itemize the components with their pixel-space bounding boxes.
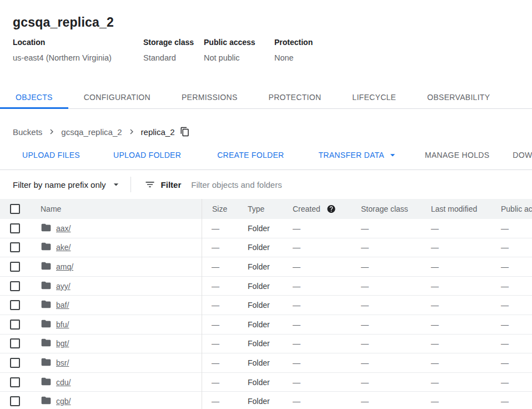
last-modified-cell: — xyxy=(431,224,439,233)
breadcrumb-buckets[interactable]: Buckets xyxy=(13,127,42,137)
objects-table: Name Size Type Created Storage class Las… xyxy=(0,199,532,409)
folder-icon xyxy=(41,241,52,254)
arrow-drop-down-icon xyxy=(387,149,398,161)
public-access-cell: — xyxy=(501,339,509,348)
object-link[interactable]: cdu/ xyxy=(56,378,71,387)
table-row: cdu/ — Folder — — — — xyxy=(0,373,532,392)
row-checkbox[interactable] xyxy=(10,320,20,330)
object-link[interactable]: aax/ xyxy=(56,224,71,233)
last-modified-cell: — xyxy=(431,320,439,329)
created-cell: — xyxy=(293,262,300,271)
created-cell: — xyxy=(293,320,300,329)
table-row: ayy/ — Folder — — — — xyxy=(0,277,532,296)
folder-icon xyxy=(41,222,52,235)
create-folder-button[interactable]: CREATE FOLDER xyxy=(217,151,284,159)
object-link[interactable]: baf/ xyxy=(56,301,69,310)
meta-value: Standard xyxy=(143,53,204,63)
upload-folder-button[interactable]: UPLOAD FOLDER xyxy=(113,151,181,159)
row-checkbox[interactable] xyxy=(10,242,20,252)
object-link[interactable]: bfu/ xyxy=(56,320,69,329)
created-cell: — xyxy=(293,282,300,291)
row-checkbox[interactable] xyxy=(10,300,20,310)
size-cell: — xyxy=(212,358,219,367)
meta-value: None xyxy=(274,53,313,63)
type-cell: Folder xyxy=(248,358,270,367)
folder-icon xyxy=(41,260,52,273)
filter-scope-label: Filter by name prefix only xyxy=(13,180,106,189)
meta-label: Storage class xyxy=(143,38,204,47)
storage-class-cell: — xyxy=(361,397,369,406)
folder-icon xyxy=(41,280,52,292)
type-cell: Folder xyxy=(248,301,270,310)
public-access-cell: — xyxy=(501,320,509,329)
breadcrumb-bucket-name[interactable]: gcsqa_replica_2 xyxy=(61,127,122,137)
object-link[interactable]: amq/ xyxy=(56,262,73,271)
public-access-cell: — xyxy=(501,262,509,271)
size-cell: — xyxy=(212,397,219,406)
chevron-right-icon xyxy=(127,127,137,137)
public-access-cell: — xyxy=(501,378,509,387)
object-link[interactable]: bgt/ xyxy=(56,339,69,348)
manage-holds-button[interactable]: MANAGE HOLDS xyxy=(425,151,489,159)
tab-protection[interactable]: PROTECTION xyxy=(253,86,337,108)
filter-bar: Filter by name prefix only Filter xyxy=(0,170,532,199)
copy-icon[interactable] xyxy=(180,127,190,137)
type-cell: Folder xyxy=(248,320,270,329)
filter-list-icon xyxy=(144,179,155,190)
filter-scope-select[interactable]: Filter by name prefix only xyxy=(13,179,122,190)
tab-permissions[interactable]: PERMISSIONS xyxy=(166,86,253,108)
tab-bar: OBJECTS CONFIGURATION PERMISSIONS PROTEC… xyxy=(0,86,532,109)
meta-public-access: Public access Not public xyxy=(204,38,274,63)
last-modified-cell: — xyxy=(431,378,439,387)
table-row: aax/ — Folder — — — — xyxy=(0,219,532,238)
storage-class-cell: — xyxy=(361,378,369,387)
column-header-created: Created xyxy=(293,205,320,213)
row-checkbox[interactable] xyxy=(10,223,20,233)
tab-lifecycle[interactable]: LIFECYCLE xyxy=(337,86,411,108)
column-divider xyxy=(202,199,202,409)
size-cell: — xyxy=(212,320,219,329)
row-checkbox[interactable] xyxy=(10,358,20,368)
last-modified-cell: — xyxy=(431,282,439,291)
created-cell: — xyxy=(293,339,300,348)
column-header-storage-class: Storage class xyxy=(361,205,408,213)
table-row: baf/ — Folder — — — — xyxy=(0,296,532,315)
meta-location: Location us-east4 (Northern Virginia) xyxy=(13,38,143,63)
upload-files-button[interactable]: UPLOAD FILES xyxy=(22,151,80,159)
transfer-data-button[interactable]: TRANSFER DATA xyxy=(318,149,398,161)
storage-class-cell: — xyxy=(361,282,369,291)
arrow-drop-down-icon xyxy=(111,179,122,190)
row-checkbox[interactable] xyxy=(10,377,20,387)
tab-observability[interactable]: OBSERVABILITY xyxy=(411,86,505,108)
type-cell: Folder xyxy=(248,243,270,252)
public-access-cell: — xyxy=(501,224,509,233)
filter-input[interactable] xyxy=(190,179,490,190)
size-cell: — xyxy=(212,282,219,291)
object-link[interactable]: ayy/ xyxy=(56,282,71,291)
column-header-last-modified: Last modified xyxy=(431,205,477,213)
size-cell: — xyxy=(212,224,219,233)
meta-label: Public access xyxy=(204,38,274,47)
folder-icon xyxy=(41,337,52,350)
help-icon[interactable] xyxy=(327,205,336,214)
tab-objects[interactable]: OBJECTS xyxy=(0,86,68,108)
storage-class-cell: — xyxy=(361,243,369,252)
storage-class-cell: — xyxy=(361,262,369,271)
download-button[interactable]: DOWNLOAD xyxy=(513,151,532,159)
object-link[interactable]: bsr/ xyxy=(56,358,69,367)
tab-configuration[interactable]: CONFIGURATION xyxy=(68,86,166,108)
size-cell: — xyxy=(212,378,219,387)
breadcrumb-current-folder: replica_2 xyxy=(141,127,175,137)
row-checkbox[interactable] xyxy=(10,396,20,406)
meta-storage-class: Storage class Standard xyxy=(143,38,204,63)
row-checkbox[interactable] xyxy=(10,338,20,348)
row-checkbox[interactable] xyxy=(10,262,20,272)
select-all-checkbox[interactable] xyxy=(10,204,20,214)
breadcrumb: Buckets gcsqa_replica_2 replica_2 xyxy=(0,123,532,140)
row-checkbox[interactable] xyxy=(10,281,20,291)
object-link[interactable]: cgb/ xyxy=(56,397,71,406)
public-access-cell: — xyxy=(501,282,509,291)
table-row: bgt/ — Folder — — — — xyxy=(0,335,532,354)
object-link[interactable]: ake/ xyxy=(56,243,71,252)
meta-value: us-east4 (Northern Virginia) xyxy=(13,53,143,63)
